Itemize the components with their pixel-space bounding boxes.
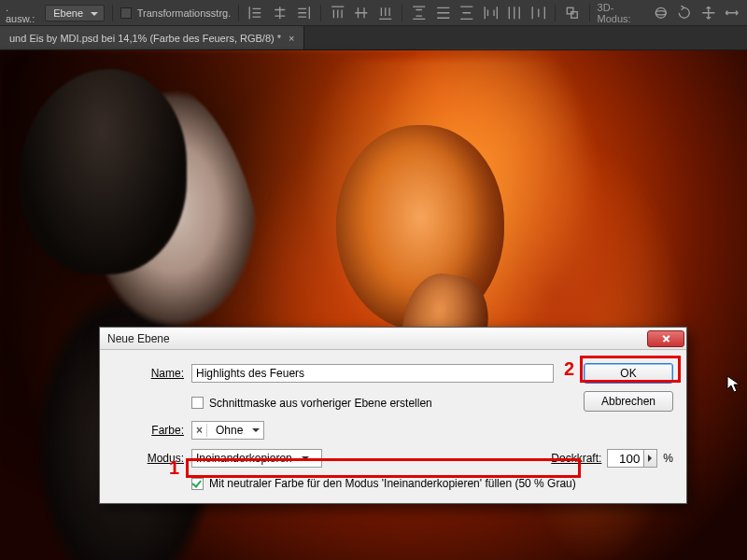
neutral-fill-row: Mit neutraler Farbe für den Modus 'Inein… [191,477,673,490]
color-label: Farbe: [113,424,184,437]
distribute-v3-icon[interactable] [529,4,548,22]
cancel-button[interactable]: Abbrechen [584,391,673,412]
dialog-close-button[interactable] [647,330,684,347]
close-tab-icon[interactable]: × [289,33,294,44]
ok-button[interactable]: OK [584,363,673,384]
distribute-h1-icon[interactable] [410,4,429,22]
new-layer-dialog: Neue Ebene Name: OK Abbrechen Schnittmas… [99,327,687,504]
distribute-v1-icon[interactable] [482,4,500,22]
separator [238,5,239,21]
3d-mode-label: 3D-Modus: [598,2,646,24]
3d-orbit-icon[interactable] [652,4,670,22]
align-left-icon[interactable] [247,4,265,22]
dialog-button-column: OK Abbrechen [561,361,673,412]
distribute-h3-icon[interactable] [458,4,476,22]
clipmask-label: Schnittmaske aus vorheriger Ebene erstel… [209,397,432,410]
chevron-down-icon [302,456,309,464]
arrange-icon[interactable] [563,4,582,22]
3d-slide-icon[interactable] [723,4,741,22]
opacity-flyout-button[interactable] [643,449,657,468]
svg-point-2 [655,7,666,18]
align-bottom-icon[interactable] [376,4,395,22]
svg-rect-0 [567,7,573,14]
clipmask-checkbox[interactable] [191,397,204,409]
distribute-v2-icon[interactable] [505,4,524,22]
mode-label: Modus: [113,452,184,465]
align-top-icon[interactable] [329,4,347,22]
name-label: Name: [113,367,184,380]
auto-select-label: . ausw.: [6,2,39,24]
separator [589,5,590,21]
color-none-icon: × [196,424,207,437]
mode-value: Ineinanderkopieren [196,452,292,465]
opacity-spinner[interactable] [607,449,657,468]
clipmask-row: Schnittmaske aus vorheriger Ebene erstel… [191,397,554,410]
neutral-fill-checkbox[interactable] [191,478,204,490]
align-center-v-icon[interactable] [352,4,371,22]
separator [555,5,556,21]
transform-controls-checkbox[interactable] [120,7,132,19]
transform-controls-label: Transformationsstrg. [137,7,231,19]
3d-pan-icon[interactable] [699,4,718,22]
svg-rect-1 [571,11,578,18]
dialog-body: Name: OK Abbrechen Schnittmaske aus vorh… [100,350,686,503]
opacity-label: Deckkraft: [551,452,601,465]
document-tab[interactable]: und Eis by MDI.psd bei 14,1% (Farbe des … [0,26,304,49]
mode-dropdown[interactable]: Ineinanderkopieren [191,449,322,468]
color-value: Ohne [216,424,243,437]
separator [320,5,321,21]
dialog-titlebar[interactable]: Neue Ebene [100,328,686,350]
opacity-percent-label: % [663,452,673,465]
photoshop-chrome: . ausw.: Ebene Transformationsstrg. 3D-M… [0,0,747,50]
document-tab-title: und Eis by MDI.psd bei 14,1% (Farbe des … [9,33,281,44]
dialog-title: Neue Ebene [107,332,645,345]
align-center-h-icon[interactable] [271,4,289,22]
document-tab-bar: und Eis by MDI.psd bei 14,1% (Farbe des … [0,26,747,50]
layer-name-input[interactable] [191,364,554,383]
neutral-fill-label: Mit neutraler Farbe für den Modus 'Inein… [209,477,576,490]
layer-target-dropdown[interactable]: Ebene [45,5,105,21]
3d-rotate-icon[interactable] [675,4,694,22]
separator [402,5,402,21]
align-right-icon[interactable] [294,4,313,22]
chevron-down-icon [252,428,260,436]
svg-point-3 [655,10,666,14]
options-bar: . ausw.: Ebene Transformationsstrg. 3D-M… [0,0,747,26]
opacity-input[interactable] [607,449,644,468]
separator [112,5,113,21]
color-dropdown[interactable]: × Ohne [191,421,264,440]
distribute-h2-icon[interactable] [434,4,453,22]
